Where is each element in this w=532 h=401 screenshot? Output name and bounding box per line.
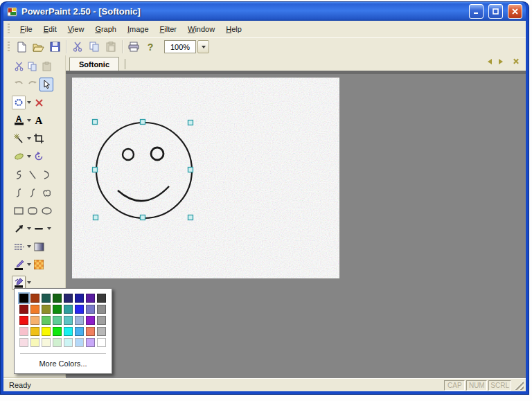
maximize-button[interactable] xyxy=(488,4,503,19)
curve-tool[interactable] xyxy=(12,186,26,199)
pen-color-tool[interactable] xyxy=(12,258,26,271)
tab-softonic[interactable]: Softonic xyxy=(69,57,119,71)
texture-tool[interactable] xyxy=(32,258,46,271)
closed-curve-tool[interactable] xyxy=(39,186,53,199)
tab-scroll-left-icon[interactable] xyxy=(485,59,492,64)
curve-2-tool[interactable] xyxy=(26,186,39,199)
pen-color-dropdown[interactable] xyxy=(26,262,32,268)
color-swatch-62c862[interactable] xyxy=(42,316,51,325)
fill-color-dropdown[interactable] xyxy=(26,280,32,286)
dash-line-tool[interactable] xyxy=(32,222,46,235)
color-swatch-a33a10[interactable] xyxy=(30,294,39,303)
menu-help[interactable]: Help xyxy=(220,23,247,35)
menu-window[interactable]: Window xyxy=(182,23,220,35)
color-swatch-8e8e8e[interactable] xyxy=(97,305,106,314)
menu-view[interactable]: View xyxy=(62,23,90,35)
menu-edit[interactable]: Edit xyxy=(38,23,62,35)
zoom-value[interactable]: 100% xyxy=(164,40,196,53)
gradient-tool[interactable] xyxy=(32,240,46,253)
paste-button[interactable] xyxy=(103,39,119,55)
color-swatch-5ecc96[interactable] xyxy=(53,316,62,325)
color-swatch-5cc4c4[interactable] xyxy=(64,316,73,325)
color-swatch-f8c0cc[interactable] xyxy=(19,327,28,336)
color-swatch-3a3a3a[interactable] xyxy=(97,294,106,303)
ellipse-tool[interactable] xyxy=(39,204,53,217)
delete-tool[interactable] xyxy=(32,96,46,109)
eraser-tool[interactable] xyxy=(12,150,26,163)
color-swatch-000000[interactable] xyxy=(19,294,28,303)
magic-wand-dropdown[interactable] xyxy=(26,136,32,142)
color-swatch-7878c8[interactable] xyxy=(86,305,95,314)
dash-line-dropdown[interactable] xyxy=(46,226,52,232)
more-colors-button[interactable]: More Colors... xyxy=(19,357,107,371)
color-swatch-9eb4dc[interactable] xyxy=(75,316,84,325)
rounded-rectangle-tool[interactable] xyxy=(26,204,39,217)
cut-button[interactable] xyxy=(69,39,86,55)
arrow-tool[interactable] xyxy=(12,222,26,235)
resize-grip[interactable] xyxy=(514,380,524,390)
arrow-dropdown[interactable] xyxy=(26,226,32,232)
paste-tool[interactable] xyxy=(39,60,53,73)
pattern-tool[interactable] xyxy=(12,240,26,253)
color-swatch-f5b06e[interactable] xyxy=(30,316,39,325)
open-button[interactable] xyxy=(30,39,46,55)
arc-tool[interactable] xyxy=(39,168,53,181)
color-swatch-d0f0d0[interactable] xyxy=(53,338,62,347)
menu-filter[interactable]: Filter xyxy=(154,23,182,35)
color-swatch-f07b28[interactable] xyxy=(30,305,39,314)
color-swatch-2828f0[interactable] xyxy=(75,305,84,314)
zoom-dropdown-button[interactable] xyxy=(197,40,209,53)
color-swatch-48b0f0[interactable] xyxy=(75,327,84,336)
color-swatch-5a1ea0[interactable] xyxy=(86,294,95,303)
color-swatch-f8f8b8[interactable] xyxy=(30,338,39,347)
minimize-button[interactable] xyxy=(469,4,484,19)
pattern-dropdown[interactable] xyxy=(26,244,32,250)
tab-scroll-right-icon[interactable] xyxy=(499,59,506,64)
copy-button[interactable] xyxy=(86,39,103,55)
rotate-tool[interactable] xyxy=(32,150,46,163)
color-swatch-f8dce4[interactable] xyxy=(19,338,28,347)
color-swatch-1d1da0[interactable] xyxy=(75,294,84,303)
copy-tool[interactable] xyxy=(26,60,39,73)
text-tool[interactable]: A xyxy=(32,114,46,127)
line-tool[interactable] xyxy=(26,168,39,181)
freehand-tool[interactable] xyxy=(12,168,26,181)
color-swatch-18f0f0[interactable] xyxy=(64,327,73,336)
color-swatch-2e9e9e[interactable] xyxy=(64,305,73,314)
tab-close-icon[interactable] xyxy=(513,58,519,64)
fill-color-tool[interactable] xyxy=(12,276,26,289)
color-swatch-f8f8dc[interactable] xyxy=(42,338,51,347)
undo-tool[interactable] xyxy=(12,78,26,91)
color-swatch-a0a0a0[interactable] xyxy=(97,316,106,325)
color-swatch-f01010[interactable] xyxy=(19,316,28,325)
color-swatch-156415[interactable] xyxy=(53,294,62,303)
color-swatch-f08060[interactable] xyxy=(86,327,95,336)
drawing-canvas[interactable] xyxy=(72,78,339,278)
color-swatch-ccf4f4[interactable] xyxy=(64,338,73,347)
rectangle-tool[interactable] xyxy=(12,204,26,217)
color-swatch-b8b8b8[interactable] xyxy=(97,327,106,336)
color-swatch-8e8e28[interactable] xyxy=(42,305,51,314)
help-button[interactable]: ? xyxy=(142,39,159,55)
close-button[interactable] xyxy=(508,4,522,19)
toolbar-grip[interactable] xyxy=(8,42,10,53)
menu-graph[interactable]: Graph xyxy=(89,23,122,35)
menubar-grip[interactable] xyxy=(8,24,10,35)
color-swatch-8e1ec8[interactable] xyxy=(86,316,95,325)
color-swatch-f8f800[interactable] xyxy=(42,327,51,336)
color-swatch-c8a8f8[interactable] xyxy=(86,338,95,347)
crop-tool[interactable] xyxy=(32,132,46,145)
color-swatch-26266e[interactable] xyxy=(64,294,73,303)
marquee-dropdown[interactable] xyxy=(26,100,32,106)
marquee-tool[interactable] xyxy=(12,96,26,109)
menu-file[interactable]: File xyxy=(15,23,38,35)
eraser-dropdown[interactable] xyxy=(26,154,32,160)
zoom-combo[interactable]: 100% xyxy=(164,40,209,53)
font-color-tool[interactable]: A xyxy=(12,114,26,127)
cut-tool[interactable] xyxy=(12,60,26,73)
font-color-dropdown[interactable] xyxy=(26,118,32,124)
color-swatch-b4d8f8[interactable] xyxy=(75,338,84,347)
color-swatch-0e8e0e[interactable] xyxy=(53,305,62,314)
color-swatch-f0c018[interactable] xyxy=(30,327,39,336)
color-swatch-10e810[interactable] xyxy=(53,327,62,336)
